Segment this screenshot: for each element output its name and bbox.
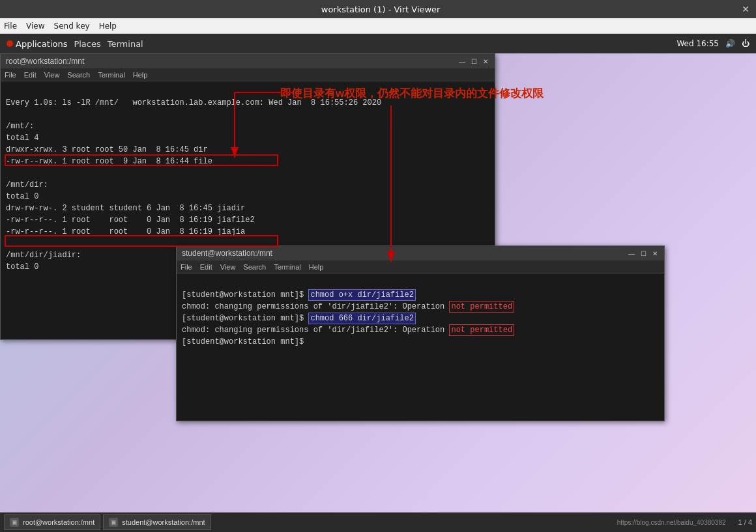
t2-menu-terminal[interactable]: Terminal [274,263,301,271]
t1-menu-file[interactable]: File [5,71,16,79]
t2-line3: chmod: changing permissions of 'dir/jiaf… [182,324,514,336]
terminal2-maximize[interactable]: ☐ [639,249,647,257]
bottom-taskbar: ▣ root@workstation:/mnt ▣ student@workst… [0,512,756,532]
terminal-window-student: student@workstation:/mnt — ☐ ✕ File Edit… [176,245,665,421]
terminal2-content: [student@workstation mnt]$ chmod o+x dir… [177,273,664,363]
panel-right: Wed 16:55 🔊 ⏻ [676,39,749,48]
terminal1-minimize[interactable]: — [458,57,466,65]
t2-line4: [student@workstation mnt]$ [182,337,308,346]
page-info: 1 / 4 [738,518,752,526]
menu-sendkey[interactable]: Send key [54,21,90,31]
menu-view[interactable]: View [26,21,44,31]
top-panel: Applications Places Terminal Wed 16:55 🔊… [0,34,756,53]
redhat-icon [7,40,13,47]
volume-icon[interactable]: 🔊 [725,39,735,48]
taskbar-label-student: student@workstation:/mnt [122,518,205,526]
t1-menu-search[interactable]: Search [67,71,90,79]
t1-line9: drw-rw-rw-. 2 student student 6 Jan 8 16… [6,204,245,213]
t1-line2: /mnt/: [6,122,34,131]
watermark: https://blog.csdn.net/baidu_40380382 [617,519,726,526]
terminal2-close[interactable]: ✕ [651,249,659,257]
close-button[interactable]: ✕ [742,4,749,14]
t1-line13: /mnt/dir/jiadir: [6,251,81,260]
terminal1-btns: — ☐ ✕ [458,57,489,65]
clock: Wed 16:55 [676,39,719,48]
window-title: workstation (1) - Virt Viewer [20,5,742,14]
terminal1-title: root@workstation:/mnt [6,57,84,66]
terminal2-title: student@workstation:/mnt [182,249,272,258]
t2-line1: chmod: changing permissions of 'dir/jiaf… [182,301,514,313]
t1-line14: total 0 [6,262,38,272]
terminal2-minimize[interactable]: — [628,249,635,257]
terminal1-menubar: File Edit View Search Terminal Help [1,68,495,81]
taskbar-icon-student: ▣ [109,518,118,527]
taskbar-right: https://blog.csdn.net/baidu_40380382 1 /… [617,518,752,526]
title-bar: workstation (1) - Virt Viewer ✕ [0,0,756,18]
t2-line2: [student@workstation mnt]$ chmod 666 dir… [182,313,416,324]
t1-line8: total 0 [6,192,38,201]
t2-menu-search[interactable]: Search [243,263,266,271]
t2-menu-edit[interactable]: Edit [200,263,212,271]
t1-menu-terminal[interactable]: Terminal [98,71,125,79]
applications-label: Applications [16,39,67,49]
terminal1-titlebar: root@workstation:/mnt — ☐ ✕ [1,54,495,68]
menu-file[interactable]: File [4,21,17,31]
t1-line4: drwxr-xrwx. 3 root root 50 Jan 8 16:45 d… [6,145,208,154]
terminal1-maximize[interactable]: ☐ [470,57,478,65]
terminal-label[interactable]: Terminal [108,39,143,49]
taskbar-icon-root: ▣ [10,518,19,527]
t2-line0: [student@workstation mnt]$ chmod o+x dir… [182,289,416,301]
menu-help[interactable]: Help [99,21,117,31]
terminal2-titlebar: student@workstation:/mnt — ☐ ✕ [177,246,664,260]
t1-menu-help[interactable]: Help [133,71,148,79]
places-label[interactable]: Places [74,39,100,49]
outer-menu-bar: File View Send key Help [0,18,756,34]
t1-line3: total 4 [6,133,38,143]
terminal1-close[interactable]: ✕ [482,57,489,65]
t1-line7: /mnt/dir: [6,180,48,189]
applications-menu[interactable]: Applications [7,39,67,49]
taskbar-item-student[interactable]: ▣ student@workstation:/mnt [103,514,211,530]
t2-menu-help[interactable]: Help [309,263,324,271]
power-icon[interactable]: ⏻ [742,39,749,48]
t1-line10: -rw-r--r--. 1 root root 0 Jan 8 16:19 ji… [6,216,255,225]
taskbar-item-root[interactable]: ▣ root@workstation:/mnt [4,514,100,530]
t1-menu-view[interactable]: View [44,71,60,79]
taskbar-label-root: root@workstation:/mnt [23,518,94,526]
t2-menu-file[interactable]: File [181,263,192,271]
t1-line0: Every 1.0s: ls -lR /mnt/ workstation.lab… [6,98,381,107]
t2-menu-view[interactable]: View [220,263,236,271]
t1-menu-edit[interactable]: Edit [24,71,36,79]
t1-line5: -rw-r--rwx. 1 root root 9 Jan 8 16:44 fi… [6,157,212,166]
t1-line11: -rw-r--r--. 1 root root 0 Jan 8 16:19 ji… [6,227,245,236]
terminal2-menubar: File Edit View Search Terminal Help [177,260,664,273]
terminal2-btns: — ☐ ✕ [628,249,659,257]
main-area: root@workstation:/mnt — ☐ ✕ File Edit Vi… [0,53,756,512]
